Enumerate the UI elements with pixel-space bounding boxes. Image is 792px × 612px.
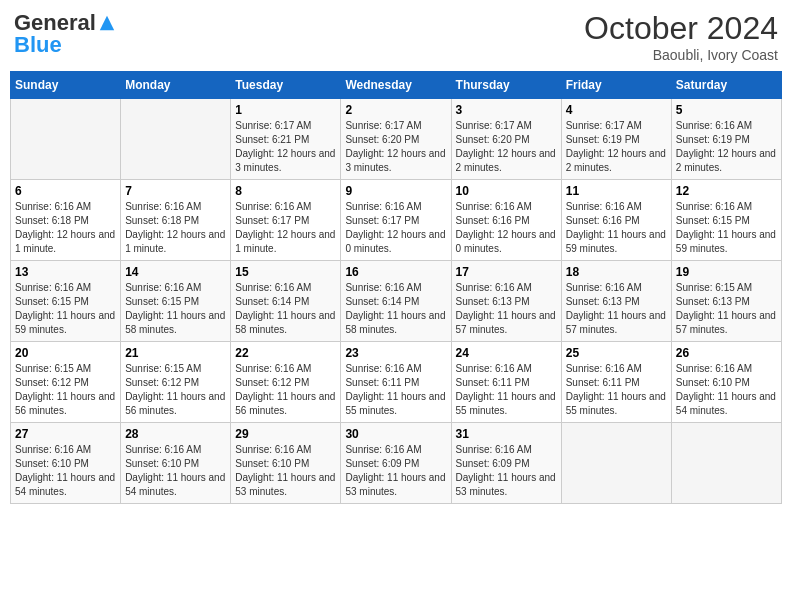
calendar-cell: 9Sunrise: 6:16 AMSunset: 6:17 PMDaylight… xyxy=(341,180,451,261)
svg-marker-0 xyxy=(100,16,114,30)
day-number: 7 xyxy=(125,184,226,198)
calendar-cell: 25Sunrise: 6:16 AMSunset: 6:11 PMDayligh… xyxy=(561,342,671,423)
day-info: Sunrise: 6:16 AMSunset: 6:14 PMDaylight:… xyxy=(235,281,336,337)
day-info: Sunrise: 6:16 AMSunset: 6:15 PMDaylight:… xyxy=(15,281,116,337)
day-number: 25 xyxy=(566,346,667,360)
day-info: Sunrise: 6:16 AMSunset: 6:10 PMDaylight:… xyxy=(676,362,777,418)
calendar-header-thursday: Thursday xyxy=(451,72,561,99)
calendar-cell: 16Sunrise: 6:16 AMSunset: 6:14 PMDayligh… xyxy=(341,261,451,342)
calendar-cell: 10Sunrise: 6:16 AMSunset: 6:16 PMDayligh… xyxy=(451,180,561,261)
day-info: Sunrise: 6:16 AMSunset: 6:16 PMDaylight:… xyxy=(566,200,667,256)
logo: General Blue xyxy=(14,10,116,58)
day-number: 27 xyxy=(15,427,116,441)
day-number: 22 xyxy=(235,346,336,360)
calendar-cell: 2Sunrise: 6:17 AMSunset: 6:20 PMDaylight… xyxy=(341,99,451,180)
day-info: Sunrise: 6:16 AMSunset: 6:09 PMDaylight:… xyxy=(345,443,446,499)
day-number: 26 xyxy=(676,346,777,360)
day-info: Sunrise: 6:16 AMSunset: 6:10 PMDaylight:… xyxy=(15,443,116,499)
day-info: Sunrise: 6:16 AMSunset: 6:16 PMDaylight:… xyxy=(456,200,557,256)
day-info: Sunrise: 6:16 AMSunset: 6:17 PMDaylight:… xyxy=(345,200,446,256)
calendar-cell: 21Sunrise: 6:15 AMSunset: 6:12 PMDayligh… xyxy=(121,342,231,423)
calendar-header-row: SundayMondayTuesdayWednesdayThursdayFrid… xyxy=(11,72,782,99)
calendar-header-monday: Monday xyxy=(121,72,231,99)
day-info: Sunrise: 6:16 AMSunset: 6:19 PMDaylight:… xyxy=(676,119,777,175)
day-number: 18 xyxy=(566,265,667,279)
day-info: Sunrise: 6:16 AMSunset: 6:13 PMDaylight:… xyxy=(566,281,667,337)
calendar-header-friday: Friday xyxy=(561,72,671,99)
day-number: 30 xyxy=(345,427,446,441)
day-number: 15 xyxy=(235,265,336,279)
day-info: Sunrise: 6:16 AMSunset: 6:10 PMDaylight:… xyxy=(235,443,336,499)
calendar-cell: 12Sunrise: 6:16 AMSunset: 6:15 PMDayligh… xyxy=(671,180,781,261)
calendar-cell: 24Sunrise: 6:16 AMSunset: 6:11 PMDayligh… xyxy=(451,342,561,423)
day-number: 21 xyxy=(125,346,226,360)
calendar-cell: 4Sunrise: 6:17 AMSunset: 6:19 PMDaylight… xyxy=(561,99,671,180)
calendar-cell xyxy=(11,99,121,180)
day-info: Sunrise: 6:16 AMSunset: 6:09 PMDaylight:… xyxy=(456,443,557,499)
calendar-cell: 5Sunrise: 6:16 AMSunset: 6:19 PMDaylight… xyxy=(671,99,781,180)
day-info: Sunrise: 6:16 AMSunset: 6:11 PMDaylight:… xyxy=(456,362,557,418)
day-info: Sunrise: 6:17 AMSunset: 6:19 PMDaylight:… xyxy=(566,119,667,175)
calendar-week-3: 13Sunrise: 6:16 AMSunset: 6:15 PMDayligh… xyxy=(11,261,782,342)
day-info: Sunrise: 6:15 AMSunset: 6:13 PMDaylight:… xyxy=(676,281,777,337)
day-info: Sunrise: 6:17 AMSunset: 6:20 PMDaylight:… xyxy=(345,119,446,175)
calendar-cell: 31Sunrise: 6:16 AMSunset: 6:09 PMDayligh… xyxy=(451,423,561,504)
calendar-header-tuesday: Tuesday xyxy=(231,72,341,99)
calendar-cell: 22Sunrise: 6:16 AMSunset: 6:12 PMDayligh… xyxy=(231,342,341,423)
calendar-cell xyxy=(121,99,231,180)
day-number: 19 xyxy=(676,265,777,279)
day-number: 16 xyxy=(345,265,446,279)
calendar-cell: 1Sunrise: 6:17 AMSunset: 6:21 PMDaylight… xyxy=(231,99,341,180)
day-number: 6 xyxy=(15,184,116,198)
calendar-cell: 6Sunrise: 6:16 AMSunset: 6:18 PMDaylight… xyxy=(11,180,121,261)
day-number: 31 xyxy=(456,427,557,441)
logo-blue-text: Blue xyxy=(14,32,62,58)
day-info: Sunrise: 6:16 AMSunset: 6:15 PMDaylight:… xyxy=(125,281,226,337)
day-number: 5 xyxy=(676,103,777,117)
day-info: Sunrise: 6:15 AMSunset: 6:12 PMDaylight:… xyxy=(15,362,116,418)
day-number: 2 xyxy=(345,103,446,117)
day-number: 13 xyxy=(15,265,116,279)
day-number: 14 xyxy=(125,265,226,279)
calendar-cell: 18Sunrise: 6:16 AMSunset: 6:13 PMDayligh… xyxy=(561,261,671,342)
calendar-week-5: 27Sunrise: 6:16 AMSunset: 6:10 PMDayligh… xyxy=(11,423,782,504)
logo-icon xyxy=(98,14,116,32)
calendar-cell: 17Sunrise: 6:16 AMSunset: 6:13 PMDayligh… xyxy=(451,261,561,342)
calendar-header-sunday: Sunday xyxy=(11,72,121,99)
calendar-cell: 20Sunrise: 6:15 AMSunset: 6:12 PMDayligh… xyxy=(11,342,121,423)
calendar-cell xyxy=(671,423,781,504)
calendar-cell: 29Sunrise: 6:16 AMSunset: 6:10 PMDayligh… xyxy=(231,423,341,504)
calendar-week-4: 20Sunrise: 6:15 AMSunset: 6:12 PMDayligh… xyxy=(11,342,782,423)
day-number: 4 xyxy=(566,103,667,117)
day-info: Sunrise: 6:16 AMSunset: 6:14 PMDaylight:… xyxy=(345,281,446,337)
calendar-header-wednesday: Wednesday xyxy=(341,72,451,99)
day-number: 9 xyxy=(345,184,446,198)
day-number: 28 xyxy=(125,427,226,441)
day-info: Sunrise: 6:16 AMSunset: 6:18 PMDaylight:… xyxy=(125,200,226,256)
day-number: 10 xyxy=(456,184,557,198)
day-number: 24 xyxy=(456,346,557,360)
day-info: Sunrise: 6:16 AMSunset: 6:15 PMDaylight:… xyxy=(676,200,777,256)
day-info: Sunrise: 6:17 AMSunset: 6:20 PMDaylight:… xyxy=(456,119,557,175)
calendar-cell: 28Sunrise: 6:16 AMSunset: 6:10 PMDayligh… xyxy=(121,423,231,504)
title-block: October 2024 Baoubli, Ivory Coast xyxy=(584,10,778,63)
calendar-cell: 23Sunrise: 6:16 AMSunset: 6:11 PMDayligh… xyxy=(341,342,451,423)
calendar-cell: 3Sunrise: 6:17 AMSunset: 6:20 PMDaylight… xyxy=(451,99,561,180)
day-info: Sunrise: 6:16 AMSunset: 6:10 PMDaylight:… xyxy=(125,443,226,499)
calendar-cell: 14Sunrise: 6:16 AMSunset: 6:15 PMDayligh… xyxy=(121,261,231,342)
day-number: 23 xyxy=(345,346,446,360)
calendar-cell: 7Sunrise: 6:16 AMSunset: 6:18 PMDaylight… xyxy=(121,180,231,261)
calendar-cell: 15Sunrise: 6:16 AMSunset: 6:14 PMDayligh… xyxy=(231,261,341,342)
location: Baoubli, Ivory Coast xyxy=(584,47,778,63)
day-number: 17 xyxy=(456,265,557,279)
calendar-header-saturday: Saturday xyxy=(671,72,781,99)
calendar-cell: 30Sunrise: 6:16 AMSunset: 6:09 PMDayligh… xyxy=(341,423,451,504)
day-info: Sunrise: 6:16 AMSunset: 6:12 PMDaylight:… xyxy=(235,362,336,418)
calendar-cell: 13Sunrise: 6:16 AMSunset: 6:15 PMDayligh… xyxy=(11,261,121,342)
day-info: Sunrise: 6:16 AMSunset: 6:18 PMDaylight:… xyxy=(15,200,116,256)
calendar-week-1: 1Sunrise: 6:17 AMSunset: 6:21 PMDaylight… xyxy=(11,99,782,180)
calendar-table: SundayMondayTuesdayWednesdayThursdayFrid… xyxy=(10,71,782,504)
day-info: Sunrise: 6:16 AMSunset: 6:17 PMDaylight:… xyxy=(235,200,336,256)
calendar-week-2: 6Sunrise: 6:16 AMSunset: 6:18 PMDaylight… xyxy=(11,180,782,261)
day-number: 20 xyxy=(15,346,116,360)
